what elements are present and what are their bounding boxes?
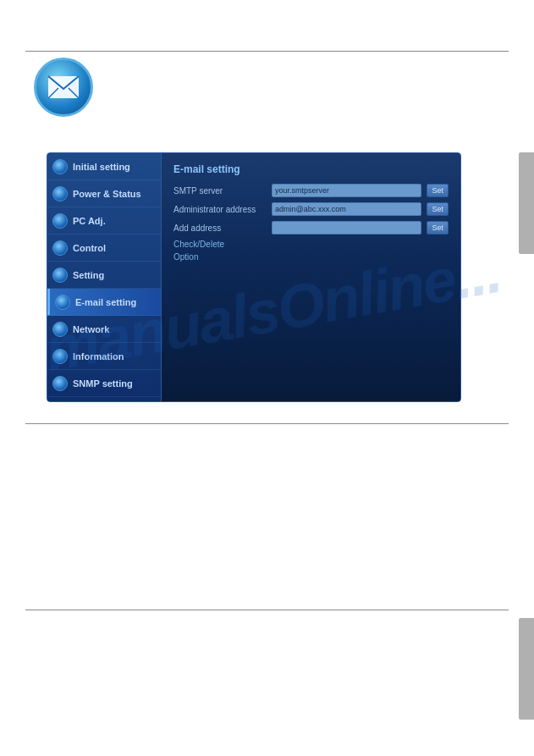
form-label-smtp-server: SMTP server <box>173 186 267 196</box>
link-option[interactable]: Option <box>173 252 449 262</box>
sidebar-item-control[interactable]: Control <box>47 235 161 262</box>
content-title: E-mail setting <box>173 163 449 175</box>
content-area: E-mail setting SMTP serverSetAdministrat… <box>162 153 460 401</box>
sidebar-icon-initial-setting <box>52 159 68 174</box>
sidebar-item-email-setting[interactable]: E-mail setting <box>47 289 161 316</box>
top-horizontal-rule <box>25 51 509 52</box>
set-button-smtp-server[interactable]: Set <box>427 184 449 197</box>
sidebar-label-pc-adj: PC Adj. <box>73 216 106 226</box>
set-button-admin-address[interactable]: Set <box>427 202 449 216</box>
sidebar-icon-power-status <box>52 186 68 201</box>
sidebar-label-email-setting: E-mail setting <box>75 297 136 307</box>
main-ui-panel: Initial settingPower & StatusPC Adj.Cont… <box>47 152 461 402</box>
sidebar-icon-network <box>52 322 68 337</box>
right-side-bar2 <box>519 152 534 254</box>
form-label-admin-address: Administrator address <box>173 205 267 214</box>
link-check-delete[interactable]: Check/Delete <box>173 240 449 249</box>
bottom-horizontal-rule <box>25 423 509 424</box>
sidebar-icon-snmp-setting <box>52 376 68 391</box>
sidebar-label-setting: Setting <box>73 270 104 280</box>
sidebar: Initial settingPower & StatusPC Adj.Cont… <box>47 153 162 401</box>
bottom-horizontal-rule2 <box>25 610 509 610</box>
form-input-admin-address[interactable] <box>272 202 421 216</box>
right-side-bar <box>519 618 534 720</box>
form-row-smtp-server: SMTP serverSet <box>173 184 449 197</box>
sidebar-item-pc-adj[interactable]: PC Adj. <box>47 207 161 235</box>
email-icon <box>34 58 93 117</box>
sidebar-item-power-status[interactable]: Power & Status <box>47 180 161 207</box>
set-button-add-address[interactable]: Set <box>427 221 449 235</box>
sidebar-label-control: Control <box>73 243 106 253</box>
sidebar-label-initial-setting: Initial setting <box>73 162 130 172</box>
form-label-add-address: Add address <box>173 223 267 233</box>
sidebar-item-initial-setting[interactable]: Initial setting <box>47 153 161 180</box>
sidebar-icon-information <box>52 349 68 364</box>
sidebar-label-power-status: Power & Status <box>73 189 141 199</box>
sidebar-item-setting[interactable]: Setting <box>47 262 161 289</box>
sidebar-icon-email-setting <box>55 295 70 310</box>
form-input-add-address[interactable] <box>272 221 421 235</box>
sidebar-label-information: Information <box>73 351 124 361</box>
email-icon-section <box>34 58 93 117</box>
sidebar-item-information[interactable]: Information <box>47 343 161 370</box>
form-row-admin-address: Administrator addressSet <box>173 202 449 216</box>
sidebar-item-snmp-setting[interactable]: SNMP setting <box>47 370 161 397</box>
sidebar-label-network: Network <box>73 324 109 334</box>
form-input-smtp-server[interactable] <box>272 184 421 197</box>
sidebar-icon-control <box>52 240 68 256</box>
sidebar-icon-setting <box>52 268 68 283</box>
sidebar-label-snmp-setting: SNMP setting <box>73 378 133 389</box>
sidebar-icon-pc-adj <box>52 213 68 229</box>
form-row-add-address: Add addressSet <box>173 221 449 235</box>
sidebar-item-network[interactable]: Network <box>47 316 161 343</box>
